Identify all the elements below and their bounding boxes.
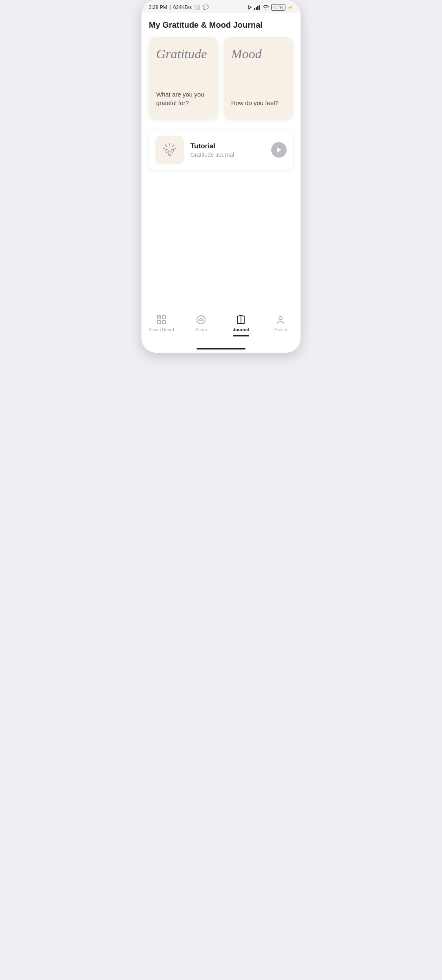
affirm-nav-label: Affirm	[195, 327, 207, 332]
signal-icon	[254, 5, 261, 10]
svg-rect-2	[257, 6, 259, 10]
bluetooth-icon	[248, 4, 252, 10]
gratitude-card-title: Gratitude	[156, 47, 207, 61]
gratitude-card[interactable]: Gratitude What are you you grateful for?	[149, 37, 218, 119]
nav-vision-board[interactable]: VB Vision Board	[141, 312, 181, 334]
screenrecord-icon: ⬜	[194, 4, 200, 10]
home-bar	[197, 348, 245, 349]
tutorial-text: Tutorial Gratitude Journal	[190, 142, 265, 158]
mood-card-subtitle: How do you feel?	[231, 99, 278, 107]
svg-line-7	[164, 148, 166, 149]
vision-board-nav-icon: VB	[156, 314, 167, 325]
svg-marker-10	[277, 147, 281, 152]
home-indicator	[141, 346, 301, 353]
battery-unit: %	[279, 5, 283, 10]
tutorial-icon-box	[155, 136, 184, 164]
profile-nav-label: Profile	[274, 327, 287, 332]
status-bar: 3:28 PM | 624KB/s ⬜ 💬	[141, 0, 301, 13]
page-title: My Gratitude & Mood Journal	[149, 20, 293, 30]
cards-grid: Gratitude What are you you grateful for?…	[149, 37, 293, 119]
main-content: My Gratitude & Mood Journal Gratitude Wh…	[141, 13, 301, 308]
svg-line-8	[174, 148, 176, 149]
svg-point-20	[279, 316, 282, 320]
svg-rect-14	[162, 321, 166, 324]
gratitude-card-subtitle: What are you you grateful for?	[156, 90, 211, 107]
network-speed: |	[170, 4, 171, 10]
journal-active-indicator	[233, 335, 249, 336]
play-icon	[276, 147, 282, 153]
journal-nav-icon	[235, 314, 247, 325]
network-speed-value: 624KB/s	[173, 4, 192, 10]
tutorial-title: Tutorial	[190, 142, 265, 150]
svg-rect-12	[162, 316, 166, 319]
affirm-nav-icon	[195, 314, 207, 325]
battery-display: 41 %	[271, 4, 285, 11]
status-right: 41 % ⚡	[248, 4, 293, 11]
charging-icon: ⚡	[287, 5, 293, 10]
meditation-hands-icon	[161, 142, 178, 158]
svg-text:VB: VB	[158, 316, 161, 319]
tutorial-subtitle: Gratitude Journal	[190, 152, 265, 158]
journal-nav-label: Journal	[233, 327, 249, 332]
message-icon: 💬	[203, 4, 209, 10]
profile-nav-icon	[275, 314, 286, 325]
nav-affirm[interactable]: Affirm	[181, 312, 221, 334]
tutorial-card[interactable]: Tutorial Gratitude Journal	[149, 130, 293, 170]
svg-point-16	[197, 316, 205, 324]
mood-card[interactable]: Mood How do you feel?	[224, 37, 293, 119]
svg-rect-3	[259, 5, 260, 10]
svg-line-5	[165, 145, 167, 147]
svg-line-6	[172, 145, 174, 147]
vision-board-nav-label: Vision Board	[149, 327, 174, 332]
nav-journal[interactable]: Journal	[221, 312, 261, 338]
svg-rect-0	[254, 8, 255, 10]
mood-card-title: Mood	[231, 47, 262, 61]
play-button[interactable]	[271, 142, 287, 158]
status-left: 3:28 PM | 624KB/s ⬜ 💬	[149, 4, 209, 10]
phone-frame: 3:28 PM | 624KB/s ⬜ 💬	[141, 0, 301, 353]
battery-value: 41	[273, 5, 278, 10]
wifi-icon	[263, 5, 269, 10]
svg-rect-13	[157, 321, 161, 324]
nav-profile[interactable]: Profile	[261, 312, 301, 334]
time-display: 3:28 PM	[149, 4, 167, 10]
svg-rect-1	[256, 7, 257, 10]
bottom-nav: VB Vision Board Affirm	[141, 308, 301, 346]
